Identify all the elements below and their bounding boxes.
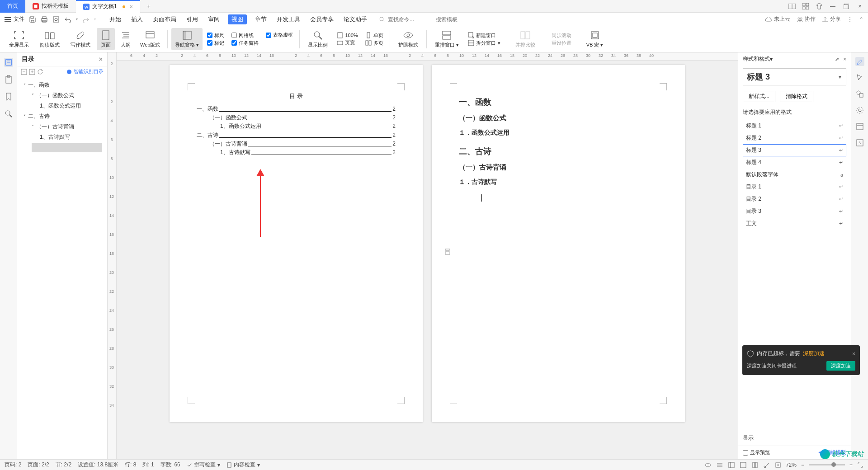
show-filter[interactable]: 显示 xyxy=(743,434,754,442)
newwindow-button[interactable]: 新建窗口 xyxy=(468,32,500,39)
status-pages[interactable]: 页面: 2/2 xyxy=(28,461,49,469)
tablevirtual-checkbox[interactable]: 表格虚框 xyxy=(266,32,293,38)
smart-toc-button[interactable]: 智能识别目录 xyxy=(66,68,104,75)
tree-item[interactable]: ˅二、古诗 xyxy=(19,111,105,122)
zoom-out-button[interactable]: − xyxy=(801,462,804,468)
history-rail-icon[interactable] xyxy=(855,138,864,147)
zoom-in-button[interactable]: + xyxy=(849,462,853,468)
undo-dropdown[interactable]: ▾ xyxy=(76,17,78,21)
chevron-down-icon[interactable]: ˅ xyxy=(24,83,28,88)
properties-rail-icon[interactable] xyxy=(855,122,864,131)
close-panel-icon[interactable]: × xyxy=(843,56,846,62)
zoom-slider[interactable] xyxy=(809,464,845,465)
outlineview-button[interactable]: 大纲 xyxy=(117,30,135,48)
minimize-button[interactable]: — xyxy=(826,2,839,11)
pin-icon[interactable]: ⇗ xyxy=(835,56,840,62)
align-status-icon[interactable] xyxy=(716,461,723,469)
share-button[interactable]: 分享 xyxy=(822,15,841,23)
tree-item[interactable]: ˅一、函数 xyxy=(19,80,105,90)
new-tab-button[interactable]: + xyxy=(140,0,158,13)
gridlines-checkbox[interactable]: 网格线 xyxy=(231,32,259,39)
search-command-input[interactable] xyxy=(388,16,433,23)
style-item[interactable]: 正文↵ xyxy=(743,217,846,230)
shape-rail-icon[interactable] xyxy=(855,89,864,99)
markup-checkbox[interactable]: 标记 xyxy=(207,40,224,47)
show-preview-checkbox[interactable]: 显示预览 xyxy=(743,449,770,456)
zoom-value[interactable]: 72% xyxy=(786,462,797,468)
outline-rail-icon[interactable] xyxy=(4,58,13,67)
eye-status-icon[interactable] xyxy=(704,461,712,469)
accelerate-button[interactable]: 深度加速 xyxy=(826,361,855,371)
tab-view[interactable]: 视图 xyxy=(228,14,247,24)
tab-reference[interactable]: 引用 xyxy=(184,14,200,24)
tree-item[interactable]: 1、古诗默写 xyxy=(19,132,105,142)
tab-chapter[interactable]: 章节 xyxy=(253,14,269,24)
tab-review[interactable]: 审阅 xyxy=(206,14,222,24)
fullscreen-button[interactable]: 全屏显示 xyxy=(5,30,33,48)
page-1[interactable]: 目 录 一、函数2（一）函数公式21、函数公式运用2二、古诗2（一）古诗背诵21… xyxy=(170,65,423,422)
view4-icon[interactable] xyxy=(763,461,770,469)
status-contentcheck[interactable]: 内容检查 ▾ xyxy=(226,461,260,469)
new-style-button[interactable]: 新样式... xyxy=(743,91,775,102)
save-icon[interactable] xyxy=(29,16,36,23)
zoom-thumb[interactable] xyxy=(831,462,836,467)
compare-button[interactable]: 并排比较 xyxy=(511,30,540,48)
expand-status-icon[interactable] xyxy=(857,462,863,468)
outline-close-icon[interactable]: × xyxy=(99,56,103,63)
style-item[interactable]: 默认段落字体a xyxy=(743,169,846,181)
clipboard-rail-icon[interactable] xyxy=(4,75,13,84)
settings-rail-icon[interactable] xyxy=(855,106,864,115)
notif-close-icon[interactable]: × xyxy=(852,351,855,357)
eyecare-button[interactable]: 护眼模式 xyxy=(394,30,423,48)
clear-format-button[interactable]: 清除格式 xyxy=(780,91,813,102)
status-spellcheck[interactable]: 拼写检查 ▾ xyxy=(187,461,220,469)
print-icon[interactable] xyxy=(41,16,48,23)
current-style-display[interactable]: 标题 3 ▼ xyxy=(743,68,846,85)
chevron-down-icon[interactable]: ˅ xyxy=(32,124,36,129)
readmode-button[interactable]: 阅读版式 xyxy=(35,30,64,48)
style-item[interactable]: 目录 1↵ xyxy=(743,181,846,193)
tab-close-icon[interactable]: × xyxy=(130,4,133,10)
webview-button[interactable]: Web版式 xyxy=(137,30,164,48)
zoom-button[interactable]: 显示比例 xyxy=(303,30,332,48)
tab-document[interactable]: W 文字文稿1 × xyxy=(76,0,140,13)
styles-rail-icon[interactable] xyxy=(855,57,864,66)
file-menu[interactable]: 文件 xyxy=(5,15,24,23)
search-template-input[interactable] xyxy=(436,16,481,23)
undo-icon[interactable] xyxy=(64,16,71,23)
pageview-button[interactable]: 页面 xyxy=(97,28,115,50)
chevron-down-icon[interactable]: ˅ xyxy=(32,93,36,98)
tab-member[interactable]: 会员专享 xyxy=(308,14,335,24)
tab-thesis[interactable]: 论文助手 xyxy=(342,14,369,24)
skin-icon[interactable] xyxy=(813,2,826,11)
redo-icon[interactable] xyxy=(82,16,90,23)
collapse-ribbon-icon[interactable]: ⌃ xyxy=(859,16,863,23)
maximize-button[interactable] xyxy=(840,2,853,11)
pagewidth-button[interactable]: 页宽 xyxy=(337,39,358,46)
style-item[interactable]: 目录 3↵ xyxy=(743,205,846,217)
status-words[interactable]: 字数: 66 xyxy=(160,461,180,469)
chevron-down-icon[interactable]: ˅ xyxy=(24,114,28,119)
close-button[interactable]: × xyxy=(854,2,866,11)
splitwindow-button[interactable]: 拆分窗口 ▾ xyxy=(468,40,500,47)
grid-icon[interactable] xyxy=(799,2,812,11)
zoom100-button[interactable]: 100% xyxy=(337,32,358,38)
collapse-all-icon[interactable] xyxy=(21,69,27,75)
view2-icon[interactable] xyxy=(740,461,747,469)
cloud-status[interactable]: 未上云 xyxy=(765,15,790,23)
style-item[interactable]: 标题 1↵ xyxy=(743,120,846,132)
arrange-button[interactable]: 重排窗口 ▾ xyxy=(430,30,463,48)
tree-item[interactable]: ˅（一）古诗背诵 xyxy=(19,122,105,132)
status-pagenum[interactable]: 页码: 2 xyxy=(5,461,21,469)
style-item[interactable]: 标题 4↵ xyxy=(743,156,846,169)
tab-devtools[interactable]: 开发工具 xyxy=(275,14,302,24)
taskpane-checkbox[interactable]: 任务窗格 xyxy=(231,40,259,47)
search-rail-icon[interactable] xyxy=(4,109,13,118)
tab-templates[interactable]: 找稻壳模板 xyxy=(25,0,76,13)
dropdown-icon[interactable]: ▼ xyxy=(838,75,842,80)
expand-all-icon[interactable] xyxy=(29,69,35,75)
view3-icon[interactable] xyxy=(751,461,759,469)
navpane-button[interactable]: 导航窗格 ▾ xyxy=(171,28,203,50)
tab-pagelayout[interactable]: 页面布局 xyxy=(151,14,178,24)
tab-insert[interactable]: 插入 xyxy=(129,14,145,24)
